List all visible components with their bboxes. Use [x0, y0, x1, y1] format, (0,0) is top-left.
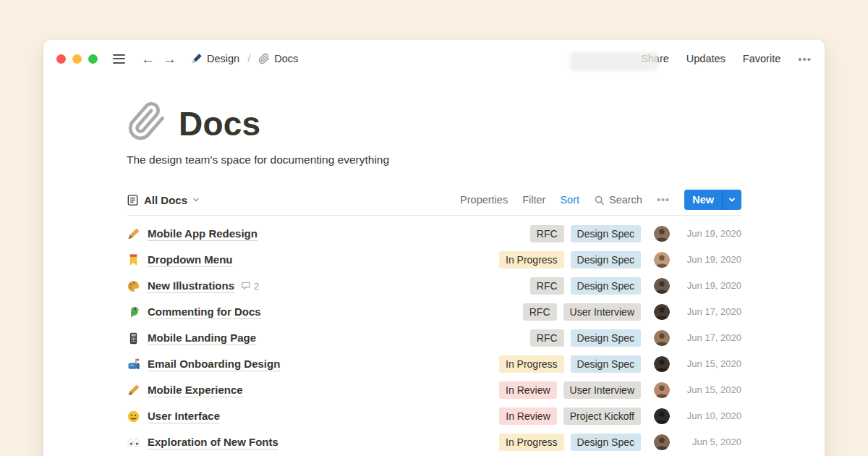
pen-icon — [127, 384, 140, 397]
tag: RFC — [530, 329, 564, 346]
titlebar-actions: Share Updates Favorite ••• — [641, 53, 812, 65]
paperclip-icon[interactable] — [125, 99, 169, 143]
avatar — [654, 434, 670, 450]
table-row[interactable]: Mobile App RedesignRFCDesign SpecJun 19,… — [127, 221, 741, 247]
eyes-icon — [127, 436, 140, 449]
bookmark-icon — [127, 253, 140, 267]
tag: Design Spec — [571, 251, 641, 268]
page-subtitle: The design team's space for documenting … — [127, 153, 741, 166]
breadcrumb-docs[interactable]: Docs — [258, 53, 298, 64]
row-date: Jun 10, 2020 — [679, 410, 741, 421]
tag: Design Spec — [571, 355, 641, 372]
view-switcher[interactable]: All Docs — [127, 194, 200, 206]
new-button[interactable]: New — [684, 190, 741, 210]
tag-list: In ProgressDesign Spec — [456, 434, 641, 450]
doc-title[interactable]: Email Onboarding Design — [148, 358, 280, 371]
table-row[interactable]: New Illustrations2RFCDesign SpecJun 19, … — [127, 273, 741, 299]
share-button[interactable]: Share — [641, 53, 669, 64]
palette-icon — [127, 279, 140, 293]
search-icon — [594, 195, 605, 206]
minimize-button[interactable] — [72, 54, 82, 64]
zoom-button[interactable] — [88, 54, 98, 64]
updates-button[interactable]: Updates — [686, 53, 726, 64]
more-options-icon[interactable]: ••• — [798, 53, 812, 65]
window-titlebar: ← → Design / Docs Share Updates Favorite… — [43, 40, 825, 77]
parrot-icon — [127, 305, 140, 319]
breadcrumb-design-label: Design — [207, 53, 239, 64]
tag: In Review — [499, 381, 556, 398]
tag: In Review — [499, 408, 556, 424]
comment-count[interactable]: 2 — [241, 281, 259, 292]
back-arrow-icon[interactable]: ← — [140, 52, 156, 66]
doc-title[interactable]: Exploration of New Fonts — [148, 436, 278, 449]
tag: Design Spec — [571, 329, 641, 346]
tag: RFC — [530, 225, 564, 242]
toolbar-more-icon[interactable]: ••• — [657, 194, 670, 206]
row-meta: In ProgressDesign SpecJun 19, 2020 — [456, 251, 741, 268]
row-meta: RFCUser InterviewJun 17, 2020 — [456, 303, 741, 320]
row-date: Jun 17, 2020 — [679, 332, 741, 343]
chevron-down-icon — [192, 196, 200, 203]
tag: Design Spec — [571, 434, 641, 450]
table-row[interactable]: Email Onboarding DesignIn ProgressDesign… — [127, 351, 741, 377]
properties-button[interactable]: Properties — [460, 194, 508, 206]
breadcrumb-separator: / — [247, 53, 250, 64]
doc-title[interactable]: User Interface — [148, 410, 220, 423]
doc-title[interactable]: Mobile Experience — [148, 384, 243, 397]
app-window: ← → Design / Docs Share Updates Favorite… — [43, 40, 825, 456]
doc-title[interactable]: Dropdown Menu — [148, 253, 232, 267]
avatar — [654, 382, 670, 398]
tag: RFC — [530, 277, 564, 294]
tag-list: RFCUser Interview — [456, 303, 641, 320]
table-row[interactable]: Commenting for DocsRFCUser InterviewJun … — [127, 299, 741, 325]
menu-icon[interactable] — [113, 54, 125, 64]
doc-title[interactable]: Mobile App Redesign — [148, 227, 258, 241]
table-row[interactable]: Dropdown MenuIn ProgressDesign SpecJun 1… — [127, 247, 741, 273]
phone-icon — [127, 332, 140, 345]
row-date: Jun 19, 2020 — [679, 228, 741, 239]
page-title: Docs — [179, 106, 260, 141]
new-dropdown-button[interactable] — [723, 190, 741, 210]
search-button[interactable]: Search — [594, 194, 642, 206]
row-meta: In ReviewProject KickoffJun 10, 2020 — [456, 408, 741, 424]
filter-button[interactable]: Filter — [522, 194, 545, 206]
table-row[interactable]: User InterfaceIn ReviewProject KickoffJu… — [127, 403, 741, 429]
tag: Design Spec — [571, 277, 641, 294]
favorite-button[interactable]: Favorite — [743, 53, 780, 64]
tag: In Progress — [499, 355, 564, 372]
chevron-down-icon — [728, 196, 736, 203]
row-meta: RFCDesign SpecJun 17, 2020 — [456, 329, 741, 346]
tag-list: In ReviewProject Kickoff — [456, 408, 641, 424]
row-date: Jun 15, 2020 — [679, 384, 741, 395]
doc-table: Mobile App RedesignRFCDesign SpecJun 19,… — [127, 216, 741, 455]
table-row[interactable]: Mobile Landing PageRFCDesign SpecJun 17,… — [127, 325, 741, 351]
paperclip-icon — [258, 53, 270, 64]
document-icon — [127, 194, 139, 206]
doc-title[interactable]: Commenting for Docs — [148, 305, 261, 319]
view-toolbar: All Docs Properties Filter Sort Search •… — [127, 188, 741, 211]
avatar — [654, 356, 670, 372]
view-name: All Docs — [144, 194, 187, 206]
doc-title[interactable]: New Illustrations — [148, 279, 234, 293]
close-button[interactable] — [56, 54, 66, 64]
row-meta: RFCDesign SpecJun 19, 2020 — [456, 225, 741, 242]
forward-arrow-icon[interactable]: → — [162, 52, 177, 66]
search-label: Search — [609, 194, 642, 206]
row-date: Jun 19, 2020 — [679, 280, 741, 291]
sort-button[interactable]: Sort — [560, 194, 579, 206]
row-meta: In ProgressDesign SpecJun 5, 2020 — [456, 434, 741, 450]
doc-title[interactable]: Mobile Landing Page — [148, 332, 256, 345]
new-button-label: New — [684, 190, 722, 210]
row-meta: In ReviewUser InterviewJun 15, 2020 — [456, 381, 741, 398]
avatar — [654, 278, 670, 294]
row-date: Jun 17, 2020 — [679, 306, 741, 317]
avatar — [654, 408, 670, 424]
table-row[interactable]: Mobile ExperienceIn ReviewUser Interview… — [127, 377, 741, 403]
table-row[interactable]: Exploration of New FontsIn ProgressDesig… — [127, 429, 741, 455]
breadcrumb-design[interactable]: Design — [191, 53, 239, 64]
tag-list: In ReviewUser Interview — [456, 381, 641, 398]
table-tools: Properties Filter Sort Search ••• New — [460, 190, 741, 210]
smiley-icon — [127, 410, 140, 423]
tag: Project Kickoff — [563, 408, 641, 424]
tag-list: RFCDesign Spec — [456, 277, 641, 294]
